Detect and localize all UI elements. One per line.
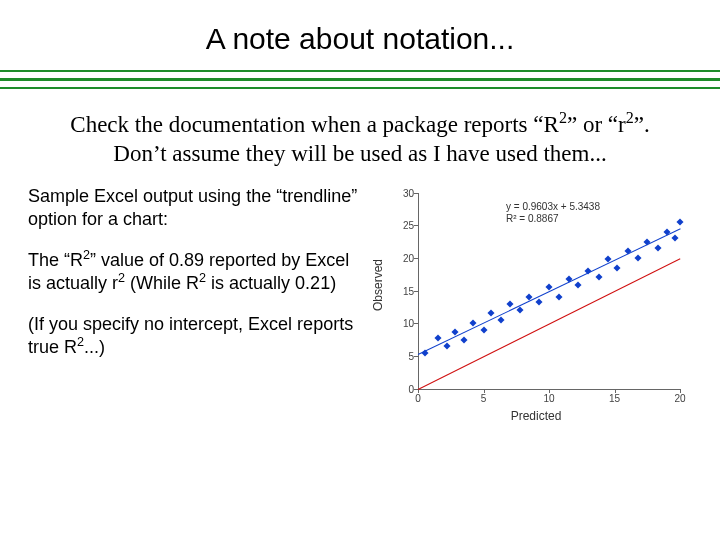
para-2: The “R2” value of 0.89 reported by Excel… — [28, 249, 364, 295]
chart-container: Observed Predicted y = 0.9603x + 5.3438 … — [376, 185, 696, 445]
x-axis-label: Predicted — [376, 409, 696, 423]
y-axis-label: Observed — [371, 245, 385, 325]
y-tick-label: 30 — [384, 187, 414, 198]
divider — [0, 70, 720, 89]
y-tick-label: 5 — [384, 350, 414, 361]
y-tick-label: 10 — [384, 318, 414, 329]
y-tick-label: 15 — [384, 285, 414, 296]
x-tick-label: 0 — [415, 393, 421, 404]
y-tick-label: 25 — [384, 220, 414, 231]
subheading: Check the documentation when a package r… — [70, 111, 650, 169]
body-text: Sample Excel output using the “trendline… — [28, 185, 364, 445]
trend-equation: y = 0.9603x + 5.3438 — [506, 201, 600, 214]
y-tick-label: 20 — [384, 252, 414, 263]
para-1: Sample Excel output using the “trendline… — [28, 185, 364, 231]
x-tick-label: 15 — [609, 393, 620, 404]
x-tick-label: 10 — [543, 393, 554, 404]
r-squared-value: R² = 0.8867 — [506, 213, 600, 226]
para-3: (If you specify no intercept, Excel repo… — [28, 313, 364, 359]
y-tick-label: 0 — [384, 383, 414, 394]
slide: A note about notation... Check the docum… — [0, 0, 720, 540]
chart-annotation: y = 0.9603x + 5.3438 R² = 0.8867 — [506, 201, 600, 226]
scatter-chart: Observed Predicted y = 0.9603x + 5.3438 … — [376, 185, 696, 435]
subhead-text: Check the documentation when a package r… — [70, 112, 559, 137]
x-tick-label: 5 — [481, 393, 487, 404]
x-tick-label: 20 — [674, 393, 685, 404]
body-row: Sample Excel output using the “trendline… — [0, 179, 720, 445]
slide-title: A note about notation... — [0, 0, 720, 70]
